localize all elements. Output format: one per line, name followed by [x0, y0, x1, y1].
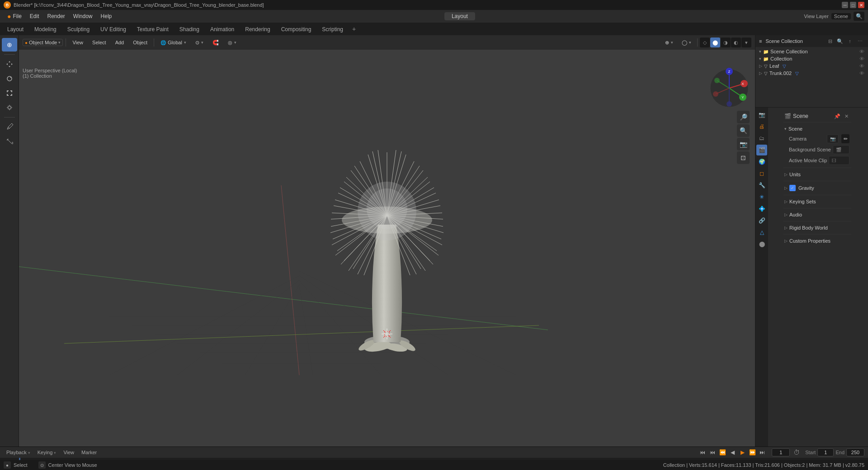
collection-eye[interactable]: 👁 [859, 56, 864, 61]
rendered-shading[interactable]: ◐ [731, 38, 741, 47]
prop-tab-physics[interactable]: 💠 [756, 203, 767, 214]
transform-tool[interactable] [2, 101, 17, 114]
camera-edit-button[interactable]: ✏ [841, 134, 849, 143]
prop-tab-view-layer[interactable]: 🗂 [756, 133, 767, 144]
jump-end-button[interactable]: ⏭ [758, 448, 766, 456]
audio-section-header[interactable]: ▷ Audio [783, 210, 851, 219]
wireframe-shading[interactable]: ◇ [700, 38, 710, 47]
active-workspace-tab[interactable]: Layout [444, 12, 475, 20]
outliner-collection[interactable]: ▾ 📁 Collection 👁 [755, 55, 868, 62]
outliner-scene-collection[interactable]: ▾ 📁 Scene Collection 👁 [755, 48, 868, 55]
tab-sculpting[interactable]: Sculpting [62, 23, 95, 35]
tab-modeling[interactable]: Modeling [29, 23, 62, 35]
play-button[interactable]: ▶ [738, 448, 746, 456]
viewport-3d[interactable]: ● Object Mode ▾ View Select Add Object 🌐 [19, 35, 755, 446]
menu-file[interactable]: ● File [4, 12, 25, 21]
scale-tool[interactable] [2, 86, 17, 100]
outliner-sync-button[interactable]: ↑ [845, 37, 854, 46]
keying-sets-section-header[interactable]: ▷ Keying Sets [783, 197, 851, 206]
prop-tab-material[interactable]: ⬤ [756, 239, 767, 249]
outliner-trunk[interactable]: ▷ ▽ Trunk.002 ▽ 👁 [755, 70, 868, 77]
timeline-keying-menu[interactable]: Keying ▾ [35, 449, 59, 456]
scene-3d[interactable]: User Perspective (Local) (1) Collection [19, 50, 755, 446]
prop-tab-world[interactable]: 🌍 [756, 156, 767, 167]
tab-compositing[interactable]: Compositing [276, 23, 317, 35]
frame-all-button[interactable]: ⊡ [737, 151, 750, 164]
move-tool[interactable] [2, 57, 17, 71]
prop-tab-scene[interactable]: 🎬 [756, 145, 767, 155]
global-local-select[interactable]: 🌐 Global ▾ [157, 39, 190, 46]
tab-rendering[interactable]: Rendering [240, 23, 275, 35]
units-section-header[interactable]: ▷ Units [783, 170, 851, 179]
menu-window[interactable]: Window [70, 12, 96, 20]
outliner-filter-button[interactable]: ⊟ [826, 37, 835, 46]
tab-shading[interactable]: Shading [174, 23, 205, 35]
camera-value[interactable]: 📷 [827, 134, 839, 143]
step-forward-button[interactable]: ⏩ [748, 448, 756, 456]
timeline-playback-menu[interactable]: Playback ▾ [4, 449, 33, 456]
step-back-button[interactable]: ⏪ [718, 448, 726, 456]
rigid-body-world-section-header[interactable]: ▷ Rigid Body World [783, 223, 851, 232]
annotate-tool[interactable] [2, 120, 17, 134]
add-menu[interactable]: Add [112, 39, 128, 46]
object-menu[interactable]: Object [129, 39, 151, 46]
select-menu[interactable]: Select [89, 39, 110, 46]
mode-select[interactable]: ● Object Mode ▾ [23, 39, 63, 46]
prop-tab-modifier[interactable]: 🔧 [756, 180, 767, 191]
material-shading[interactable]: ◑ [721, 38, 731, 47]
zoom-in-button[interactable]: 🔎 [737, 111, 750, 123]
scene-collection-eye[interactable]: 👁 [859, 49, 864, 54]
properties-pin-button[interactable]: 📌 [833, 112, 841, 120]
tab-animation[interactable]: Animation [205, 23, 240, 35]
navigation-gizmo[interactable]: X Y Z [709, 68, 750, 108]
prop-tab-output[interactable]: 🖨 [756, 121, 767, 132]
outliner-search-button[interactable]: 🔍 [835, 37, 844, 46]
transform-pivot[interactable]: ⊙ ▾ [192, 39, 207, 47]
outliner-more-options[interactable]: ⋯ [855, 37, 864, 46]
timeline-view-menu[interactable]: View [61, 449, 77, 456]
movie-clip-value[interactable]: 🎞 [829, 156, 849, 165]
tab-layout[interactable]: Layout [2, 23, 29, 35]
gizmos-toggle[interactable]: ⊕ ▾ [661, 39, 677, 47]
measure-tool[interactable] [2, 135, 17, 148]
gravity-section-header[interactable]: ▷ ✓ Gravity [783, 183, 851, 193]
custom-props-section-header[interactable]: ▷ Custom Properties [783, 236, 851, 245]
end-frame-input[interactable] [846, 448, 864, 456]
trunk-eye[interactable]: 👁 [859, 70, 864, 76]
shading-options[interactable]: ▾ [741, 38, 751, 47]
overlays-toggle[interactable]: ◯ ▾ [678, 39, 695, 47]
cursor-tool[interactable]: ⊕ [2, 38, 17, 52]
maximize-button[interactable]: □ [850, 2, 856, 8]
outliner-leaf[interactable]: ▷ ▽ Leaf ▽ 👁 [755, 62, 868, 70]
tab-texture-paint[interactable]: Texture Paint [132, 23, 174, 35]
rotate-tool[interactable] [2, 72, 17, 85]
leaf-eye[interactable]: 👁 [859, 63, 864, 69]
proportional-edit[interactable]: ◎ ▾ [224, 39, 240, 47]
solid-shading[interactable]: ⬤ [710, 38, 720, 47]
zoom-out-button[interactable]: 🔍 [737, 124, 750, 137]
prop-tab-constraints[interactable]: 🔗 [756, 215, 767, 226]
close-button[interactable]: ✕ [858, 2, 864, 8]
camera-view-button[interactable]: 📷 [737, 138, 750, 150]
snap-toggle[interactable]: 🧲 [209, 39, 222, 47]
start-frame-input[interactable] [817, 448, 834, 456]
prop-tab-render[interactable]: 📷 [756, 109, 767, 120]
scene-search[interactable]: 🔍 [854, 12, 864, 21]
background-scene-value[interactable]: 🎬 [833, 145, 849, 154]
gravity-toggle[interactable]: ✓ [789, 185, 796, 191]
tab-uv-editing[interactable]: UV Editing [95, 23, 132, 35]
menu-edit[interactable]: Edit [26, 12, 43, 20]
play-back-button[interactable]: ◀ [728, 448, 736, 456]
properties-close-button[interactable]: ✕ [842, 112, 850, 120]
prop-tab-object[interactable]: ◻ [756, 168, 767, 179]
menu-render[interactable]: Render [44, 12, 69, 20]
prev-keyframe-button[interactable]: ⏮ [708, 448, 717, 456]
window-controls[interactable]: ─ □ ✕ [842, 2, 864, 8]
current-frame-input[interactable] [772, 448, 790, 456]
menu-help[interactable]: Help [97, 12, 116, 20]
view-menu[interactable]: View [69, 39, 87, 46]
prop-tab-particles[interactable]: ✳ [756, 192, 767, 202]
add-workspace-button[interactable]: + [349, 24, 359, 34]
timeline-marker-menu[interactable]: Marker [79, 449, 99, 456]
tab-scripting[interactable]: Scripting [316, 23, 349, 35]
